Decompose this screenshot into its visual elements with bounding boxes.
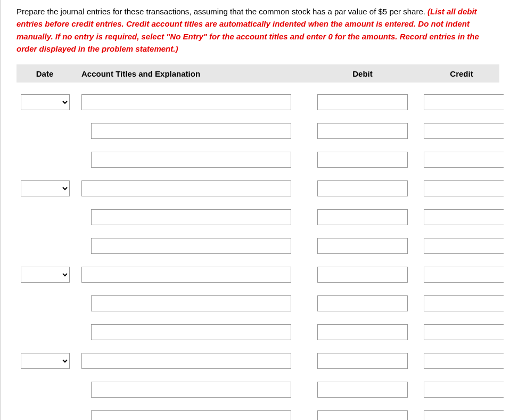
header-account: Account Titles and Explanation <box>80 69 301 78</box>
account-title-input[interactable] <box>91 295 291 311</box>
credit-input[interactable] <box>424 94 504 110</box>
credit-input[interactable] <box>424 238 504 254</box>
debit-input[interactable] <box>317 353 408 369</box>
entry-block <box>17 93 499 169</box>
journal-worksheet: Date Account Titles and Explanation Debi… <box>17 64 499 420</box>
account-title-input[interactable] <box>81 94 291 110</box>
credit-input[interactable] <box>424 180 504 196</box>
table-row <box>17 409 499 420</box>
credit-input[interactable] <box>424 382 504 398</box>
debit-input[interactable] <box>317 382 408 398</box>
debit-input[interactable] <box>317 410 408 420</box>
credit-input[interactable] <box>424 353 504 369</box>
account-title-input[interactable] <box>91 123 291 139</box>
credit-input[interactable] <box>424 209 504 225</box>
account-title-input[interactable] <box>81 353 291 369</box>
account-title-input[interactable] <box>91 324 291 340</box>
credit-input[interactable] <box>424 410 504 420</box>
debit-input[interactable] <box>317 295 408 311</box>
date-select[interactable] <box>21 353 70 369</box>
account-title-input[interactable] <box>91 238 291 254</box>
table-row <box>17 208 499 226</box>
entry-block <box>17 266 499 341</box>
debit-input[interactable] <box>317 267 408 283</box>
table-row <box>17 237 499 255</box>
table-header-row: Date Account Titles and Explanation Debi… <box>17 64 499 83</box>
credit-input[interactable] <box>424 324 504 340</box>
account-title-input[interactable] <box>91 209 291 225</box>
instructions-normal: Prepare the journal entries for these tr… <box>17 7 427 16</box>
entry-block <box>17 179 499 255</box>
entry-block <box>17 352 499 420</box>
header-credit: Credit <box>424 69 499 78</box>
credit-input[interactable] <box>424 267 504 283</box>
debit-input[interactable] <box>317 152 408 168</box>
table-row <box>17 179 499 197</box>
table-row <box>17 266 499 284</box>
table-row <box>17 323 499 341</box>
debit-input[interactable] <box>317 238 408 254</box>
debit-input[interactable] <box>317 180 408 196</box>
debit-input[interactable] <box>317 209 408 225</box>
table-row <box>17 294 499 312</box>
credit-input[interactable] <box>424 152 504 168</box>
header-date: Date <box>17 69 73 78</box>
table-row <box>17 93 499 111</box>
instructions-text: Prepare the journal entries for these tr… <box>17 5 499 55</box>
account-title-input[interactable] <box>81 180 291 196</box>
date-select[interactable] <box>21 94 70 110</box>
debit-input[interactable] <box>317 94 408 110</box>
account-title-input[interactable] <box>91 152 291 168</box>
date-select[interactable] <box>21 180 70 196</box>
header-debit: Debit <box>317 69 408 78</box>
table-row <box>17 122 499 140</box>
account-title-input[interactable] <box>91 382 291 398</box>
table-row <box>17 352 499 370</box>
table-row <box>17 381 499 399</box>
account-title-input[interactable] <box>91 410 291 420</box>
debit-input[interactable] <box>317 324 408 340</box>
table-row <box>17 151 499 169</box>
credit-input[interactable] <box>424 295 504 311</box>
date-select[interactable] <box>21 267 70 283</box>
debit-input[interactable] <box>317 123 408 139</box>
account-title-input[interactable] <box>81 267 291 283</box>
credit-input[interactable] <box>424 123 504 139</box>
